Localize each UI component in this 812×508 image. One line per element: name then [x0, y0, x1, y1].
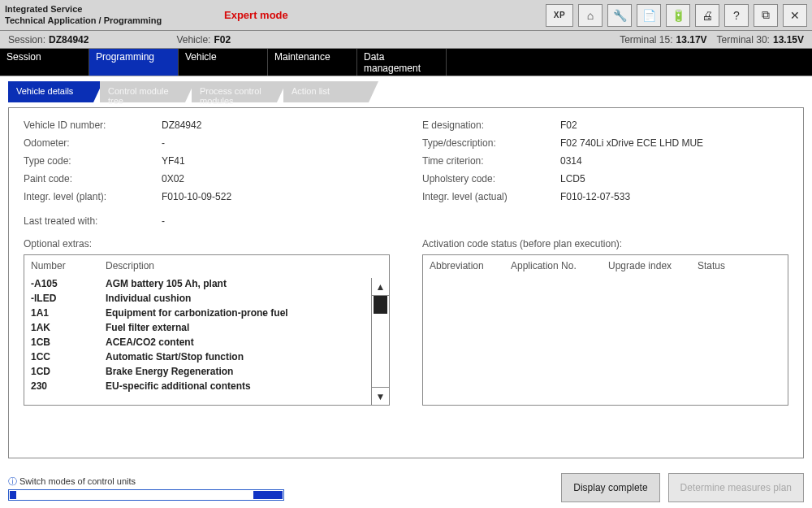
option-description: Fuel filter external	[106, 322, 189, 333]
detail-row: Paint code:0X02	[24, 173, 390, 185]
detail-row: Odometer:-	[24, 137, 390, 149]
scroll-down-icon[interactable]: ▼	[372, 387, 389, 405]
option-row[interactable]: 230EU-specific additional contents	[24, 379, 389, 393]
switch-progress	[8, 489, 284, 501]
detail-row: E designation:F02	[422, 119, 788, 131]
detail-key: Vehicle ID number:	[24, 119, 162, 131]
detail-key: Type/description:	[422, 137, 560, 149]
detail-value: -	[162, 215, 165, 227]
activation-col-upgrade: Upgrade index	[608, 260, 698, 271]
detail-value: F010-12-07-533	[560, 191, 630, 202]
options-col-number: Number	[31, 260, 106, 271]
t15-label: Terminal 15:	[620, 34, 672, 46]
subtab-control-module-tree[interactable]: Control module tree	[100, 81, 185, 102]
option-number: 1A1	[31, 307, 106, 319]
session-value: DZ84942	[49, 34, 89, 46]
battery-icon[interactable]: 🔋	[666, 4, 690, 27]
detail-row: Time criterion:0314	[422, 155, 788, 167]
wrench-icon[interactable]: 🔧	[607, 4, 632, 27]
tab-vehicle[interactable]: Vehicle	[179, 49, 268, 76]
scroll-track[interactable]	[372, 296, 389, 387]
t30-value: 13.15V	[773, 34, 804, 46]
option-number: -ILED	[31, 293, 106, 304]
session-label: Session:	[8, 34, 45, 46]
vehicle-label: Vehicle:	[176, 34, 210, 46]
option-row[interactable]: -ILEDIndividual cushion	[24, 291, 389, 306]
tab-programming[interactable]: Programming	[89, 49, 179, 76]
detail-row: Upholstery code:LCD5	[422, 173, 788, 185]
option-number: -A105	[31, 278, 106, 289]
tab-data-management[interactable]: Data management	[357, 49, 447, 76]
option-description: Individual cushion	[106, 293, 191, 304]
detail-key: Integr. level (actual)	[422, 191, 560, 202]
vehicle-value: F02	[214, 34, 231, 46]
detail-key: E designation:	[422, 119, 560, 131]
detail-value: 0X02	[162, 173, 184, 185]
details-right: E designation:F02Type/description:F02 74…	[422, 119, 788, 233]
app-title: Integrated Service Technical Application…	[5, 4, 224, 27]
detail-key: Last treated with:	[24, 215, 162, 227]
detail-key: Odometer:	[24, 137, 162, 149]
window-icon[interactable]: ⧉	[754, 4, 778, 27]
optional-extras-title: Optional extras:	[24, 238, 390, 250]
switch-modes-block: ⓘSwitch modes of control units	[8, 475, 284, 501]
detail-row: Integr. level (actual)F010-12-07-533	[422, 191, 788, 202]
switch-modes-label: Switch modes of control units	[19, 476, 136, 486]
detail-row: Integr. level (plant):F010-10-09-522	[24, 191, 390, 202]
info-bar: Session: DZ84942 Vehicle: F02 Terminal 1…	[0, 31, 812, 49]
option-description: Equipment for carbonization-prone fuel	[106, 307, 288, 319]
option-row[interactable]: 1A1Equipment for carbonization-prone fue…	[24, 306, 389, 320]
detail-value: F010-10-09-522	[162, 191, 231, 202]
detail-key: Type code:	[24, 155, 162, 167]
option-number: 1AK	[31, 322, 106, 333]
tab-session[interactable]: Session	[0, 49, 89, 76]
scroll-thumb[interactable]	[374, 296, 387, 314]
doc-icon[interactable]: 📄	[637, 4, 661, 27]
detail-value: LCD5	[560, 173, 585, 185]
option-description: ACEA/CO2 content	[106, 336, 194, 348]
option-row[interactable]: 1CDBrake Energy Regeneration	[24, 364, 389, 379]
display-complete-button[interactable]: Display complete	[561, 473, 659, 502]
detail-key: Integr. level (plant):	[24, 191, 162, 202]
detail-value: -	[162, 137, 165, 149]
close-icon[interactable]: ✕	[783, 4, 807, 27]
option-number: 230	[31, 380, 106, 392]
main-nav: Session Programming Vehicle Maintenance …	[0, 49, 812, 76]
scroll-up-icon[interactable]: ▲	[372, 278, 389, 296]
t15-value: 13.17V	[676, 34, 707, 46]
sub-nav: Vehicle details Control module tree Proc…	[0, 76, 812, 102]
determine-measures-plan-button: Determine measures plan	[668, 473, 804, 502]
activation-col-appno: Application No.	[511, 260, 608, 271]
detail-value: F02	[560, 119, 577, 131]
app-title-line1: Integrated Service	[5, 4, 224, 15]
tab-maintenance[interactable]: Maintenance	[268, 49, 357, 76]
option-row[interactable]: 1CBACEA/CO2 content	[24, 335, 389, 350]
options-scrollbar[interactable]: ▲ ▼	[371, 278, 389, 405]
optional-extras-box: Number Description -A105AGM battery 105 …	[24, 254, 390, 406]
detail-key: Upholstery code:	[422, 173, 560, 185]
subtab-action-list[interactable]: Action list	[283, 81, 369, 102]
content-panel: Vehicle ID number:DZ84942Odometer:-Type …	[8, 107, 804, 458]
bottom-bar: ⓘSwitch modes of control units Display c…	[8, 465, 804, 508]
option-number: 1CC	[31, 351, 106, 363]
home-icon[interactable]: ⌂	[578, 4, 603, 27]
xp-button[interactable]: XP	[546, 4, 573, 27]
help-icon[interactable]: ?	[724, 4, 749, 27]
t30-label: Terminal 30:	[717, 34, 770, 46]
option-row[interactable]: -A105AGM battery 105 Ah, plant	[24, 276, 389, 291]
option-row[interactable]: 1CCAutomatic Start/Stop function	[24, 350, 389, 364]
mode-label: Expert mode	[224, 9, 288, 21]
option-number: 1CD	[31, 366, 106, 377]
option-row[interactable]: 1AKFuel filter external	[24, 320, 389, 335]
option-number: 1CB	[31, 336, 106, 348]
options-col-description: Description	[106, 260, 154, 271]
print-icon[interactable]: 🖨	[695, 4, 719, 27]
details-left: Vehicle ID number:DZ84942Odometer:-Type …	[24, 119, 390, 233]
activation-col-abbrev: Abbreviation	[430, 260, 511, 271]
activation-status-box: Abbreviation Application No. Upgrade ind…	[422, 254, 788, 406]
subtab-process-control-modules[interactable]: Process control modules	[192, 81, 277, 102]
title-bar: Integrated Service Technical Application…	[0, 0, 812, 31]
detail-value: DZ84942	[162, 119, 201, 131]
subtab-vehicle-details[interactable]: Vehicle details	[8, 81, 93, 102]
detail-row: Vehicle ID number:DZ84942	[24, 119, 390, 131]
